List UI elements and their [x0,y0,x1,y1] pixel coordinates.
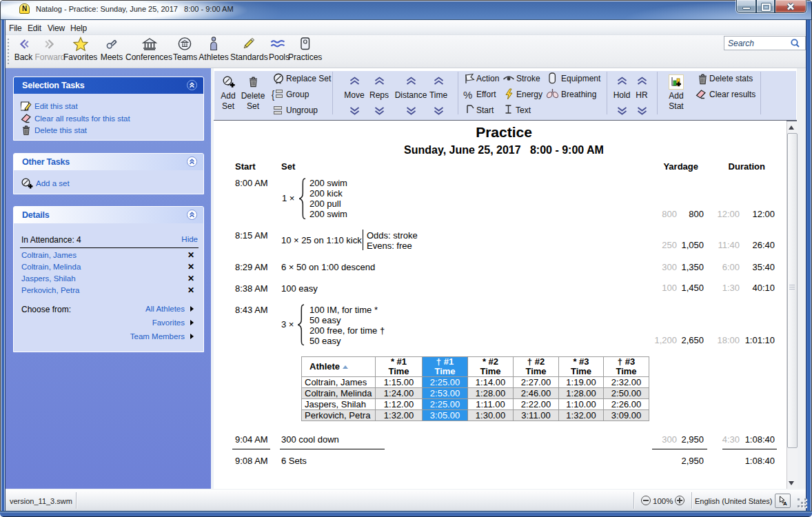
svg-text:A: A [783,500,787,507]
